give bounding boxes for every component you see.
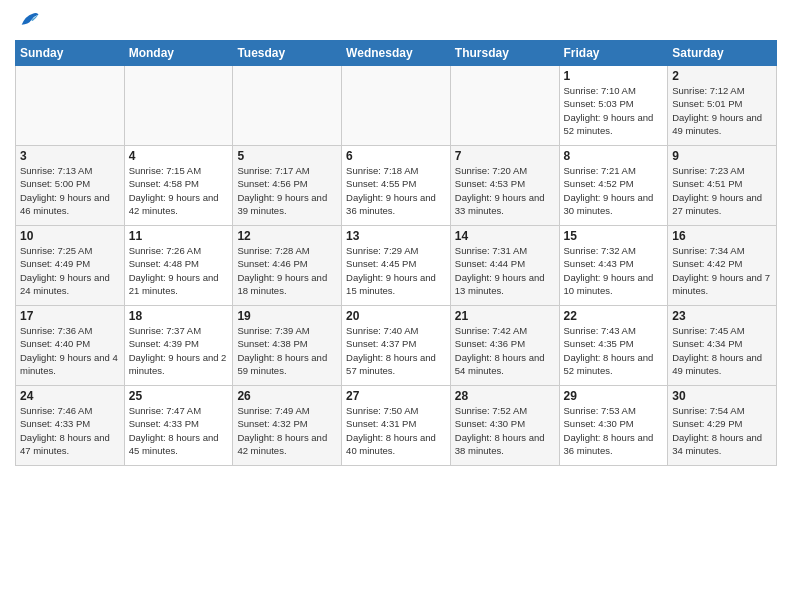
day-number: 23 — [672, 309, 772, 323]
day-number: 17 — [20, 309, 120, 323]
calendar-cell — [342, 66, 451, 146]
weekday-header-saturday: Saturday — [668, 41, 777, 66]
calendar-cell: 11Sunrise: 7:26 AM Sunset: 4:48 PM Dayli… — [124, 226, 233, 306]
main-container: SundayMondayTuesdayWednesdayThursdayFrid… — [0, 0, 792, 476]
day-number: 7 — [455, 149, 555, 163]
day-number: 26 — [237, 389, 337, 403]
day-number: 18 — [129, 309, 229, 323]
day-number: 10 — [20, 229, 120, 243]
calendar-cell: 21Sunrise: 7:42 AM Sunset: 4:36 PM Dayli… — [450, 306, 559, 386]
header-row: SundayMondayTuesdayWednesdayThursdayFrid… — [16, 41, 777, 66]
day-number: 13 — [346, 229, 446, 243]
day-info: Sunrise: 7:12 AM Sunset: 5:01 PM Dayligh… — [672, 84, 772, 137]
day-info: Sunrise: 7:47 AM Sunset: 4:33 PM Dayligh… — [129, 404, 229, 457]
day-number: 5 — [237, 149, 337, 163]
calendar-cell: 24Sunrise: 7:46 AM Sunset: 4:33 PM Dayli… — [16, 386, 125, 466]
day-info: Sunrise: 7:43 AM Sunset: 4:35 PM Dayligh… — [564, 324, 664, 377]
day-number: 6 — [346, 149, 446, 163]
calendar-cell: 7Sunrise: 7:20 AM Sunset: 4:53 PM Daylig… — [450, 146, 559, 226]
calendar-cell: 13Sunrise: 7:29 AM Sunset: 4:45 PM Dayli… — [342, 226, 451, 306]
calendar-cell: 17Sunrise: 7:36 AM Sunset: 4:40 PM Dayli… — [16, 306, 125, 386]
calendar-cell: 9Sunrise: 7:23 AM Sunset: 4:51 PM Daylig… — [668, 146, 777, 226]
calendar-cell — [233, 66, 342, 146]
day-number: 28 — [455, 389, 555, 403]
calendar-cell: 18Sunrise: 7:37 AM Sunset: 4:39 PM Dayli… — [124, 306, 233, 386]
day-number: 4 — [129, 149, 229, 163]
calendar-cell: 30Sunrise: 7:54 AM Sunset: 4:29 PM Dayli… — [668, 386, 777, 466]
weekday-header-sunday: Sunday — [16, 41, 125, 66]
day-info: Sunrise: 7:52 AM Sunset: 4:30 PM Dayligh… — [455, 404, 555, 457]
calendar-cell: 10Sunrise: 7:25 AM Sunset: 4:49 PM Dayli… — [16, 226, 125, 306]
day-number: 27 — [346, 389, 446, 403]
calendar-table: SundayMondayTuesdayWednesdayThursdayFrid… — [15, 40, 777, 466]
day-info: Sunrise: 7:20 AM Sunset: 4:53 PM Dayligh… — [455, 164, 555, 217]
day-number: 8 — [564, 149, 664, 163]
day-number: 19 — [237, 309, 337, 323]
calendar-cell — [450, 66, 559, 146]
weekday-header-friday: Friday — [559, 41, 668, 66]
calendar-cell — [124, 66, 233, 146]
day-info: Sunrise: 7:32 AM Sunset: 4:43 PM Dayligh… — [564, 244, 664, 297]
day-number: 1 — [564, 69, 664, 83]
weekday-header-thursday: Thursday — [450, 41, 559, 66]
calendar-cell — [16, 66, 125, 146]
day-info: Sunrise: 7:45 AM Sunset: 4:34 PM Dayligh… — [672, 324, 772, 377]
weekday-header-tuesday: Tuesday — [233, 41, 342, 66]
day-info: Sunrise: 7:21 AM Sunset: 4:52 PM Dayligh… — [564, 164, 664, 217]
day-info: Sunrise: 7:39 AM Sunset: 4:38 PM Dayligh… — [237, 324, 337, 377]
logo-bird-icon — [18, 10, 40, 32]
calendar-cell: 26Sunrise: 7:49 AM Sunset: 4:32 PM Dayli… — [233, 386, 342, 466]
calendar-cell: 22Sunrise: 7:43 AM Sunset: 4:35 PM Dayli… — [559, 306, 668, 386]
day-number: 29 — [564, 389, 664, 403]
day-number: 20 — [346, 309, 446, 323]
day-number: 15 — [564, 229, 664, 243]
calendar-cell: 20Sunrise: 7:40 AM Sunset: 4:37 PM Dayli… — [342, 306, 451, 386]
day-number: 3 — [20, 149, 120, 163]
day-info: Sunrise: 7:18 AM Sunset: 4:55 PM Dayligh… — [346, 164, 446, 217]
day-number: 2 — [672, 69, 772, 83]
week-row-1: 1Sunrise: 7:10 AM Sunset: 5:03 PM Daylig… — [16, 66, 777, 146]
day-info: Sunrise: 7:46 AM Sunset: 4:33 PM Dayligh… — [20, 404, 120, 457]
day-info: Sunrise: 7:37 AM Sunset: 4:39 PM Dayligh… — [129, 324, 229, 377]
header — [15, 10, 777, 32]
calendar-cell: 8Sunrise: 7:21 AM Sunset: 4:52 PM Daylig… — [559, 146, 668, 226]
day-info: Sunrise: 7:10 AM Sunset: 5:03 PM Dayligh… — [564, 84, 664, 137]
day-number: 22 — [564, 309, 664, 323]
week-row-4: 17Sunrise: 7:36 AM Sunset: 4:40 PM Dayli… — [16, 306, 777, 386]
day-number: 16 — [672, 229, 772, 243]
day-info: Sunrise: 7:40 AM Sunset: 4:37 PM Dayligh… — [346, 324, 446, 377]
week-row-2: 3Sunrise: 7:13 AM Sunset: 5:00 PM Daylig… — [16, 146, 777, 226]
day-number: 25 — [129, 389, 229, 403]
calendar-cell: 3Sunrise: 7:13 AM Sunset: 5:00 PM Daylig… — [16, 146, 125, 226]
logo — [15, 14, 40, 32]
calendar-cell: 27Sunrise: 7:50 AM Sunset: 4:31 PM Dayli… — [342, 386, 451, 466]
calendar-cell: 16Sunrise: 7:34 AM Sunset: 4:42 PM Dayli… — [668, 226, 777, 306]
calendar-cell: 15Sunrise: 7:32 AM Sunset: 4:43 PM Dayli… — [559, 226, 668, 306]
day-number: 12 — [237, 229, 337, 243]
day-info: Sunrise: 7:28 AM Sunset: 4:46 PM Dayligh… — [237, 244, 337, 297]
calendar-cell: 29Sunrise: 7:53 AM Sunset: 4:30 PM Dayli… — [559, 386, 668, 466]
calendar-cell: 4Sunrise: 7:15 AM Sunset: 4:58 PM Daylig… — [124, 146, 233, 226]
day-info: Sunrise: 7:54 AM Sunset: 4:29 PM Dayligh… — [672, 404, 772, 457]
day-info: Sunrise: 7:34 AM Sunset: 4:42 PM Dayligh… — [672, 244, 772, 297]
day-info: Sunrise: 7:26 AM Sunset: 4:48 PM Dayligh… — [129, 244, 229, 297]
calendar-cell: 6Sunrise: 7:18 AM Sunset: 4:55 PM Daylig… — [342, 146, 451, 226]
calendar-cell: 23Sunrise: 7:45 AM Sunset: 4:34 PM Dayli… — [668, 306, 777, 386]
day-info: Sunrise: 7:36 AM Sunset: 4:40 PM Dayligh… — [20, 324, 120, 377]
day-info: Sunrise: 7:13 AM Sunset: 5:00 PM Dayligh… — [20, 164, 120, 217]
weekday-header-wednesday: Wednesday — [342, 41, 451, 66]
calendar-cell: 28Sunrise: 7:52 AM Sunset: 4:30 PM Dayli… — [450, 386, 559, 466]
day-info: Sunrise: 7:42 AM Sunset: 4:36 PM Dayligh… — [455, 324, 555, 377]
day-number: 9 — [672, 149, 772, 163]
day-info: Sunrise: 7:23 AM Sunset: 4:51 PM Dayligh… — [672, 164, 772, 217]
calendar-cell: 14Sunrise: 7:31 AM Sunset: 4:44 PM Dayli… — [450, 226, 559, 306]
calendar-cell: 5Sunrise: 7:17 AM Sunset: 4:56 PM Daylig… — [233, 146, 342, 226]
day-number: 14 — [455, 229, 555, 243]
week-row-3: 10Sunrise: 7:25 AM Sunset: 4:49 PM Dayli… — [16, 226, 777, 306]
calendar-cell: 25Sunrise: 7:47 AM Sunset: 4:33 PM Dayli… — [124, 386, 233, 466]
day-number: 24 — [20, 389, 120, 403]
day-info: Sunrise: 7:29 AM Sunset: 4:45 PM Dayligh… — [346, 244, 446, 297]
day-info: Sunrise: 7:49 AM Sunset: 4:32 PM Dayligh… — [237, 404, 337, 457]
day-info: Sunrise: 7:15 AM Sunset: 4:58 PM Dayligh… — [129, 164, 229, 217]
day-info: Sunrise: 7:53 AM Sunset: 4:30 PM Dayligh… — [564, 404, 664, 457]
